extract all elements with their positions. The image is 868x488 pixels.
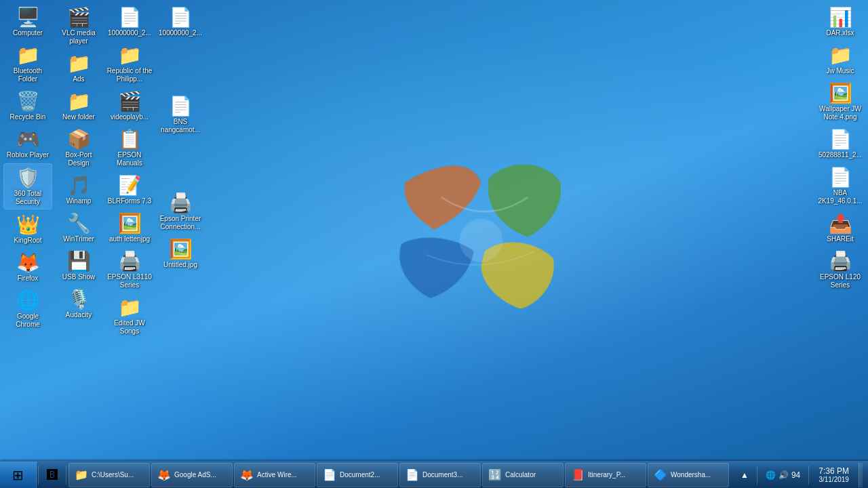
icon-column-1: 🖥️ Computer 📁 Bluetooth Folder 🗑️ Recycl… [3,3,54,340]
icon-shareit[interactable]: 📤 SHAREit [816,209,865,246]
taskbar-active-wire-label: Active Wire... [257,471,297,479]
systray-icons: 🌐 🔊 94 [763,470,803,480]
taskbar-document3[interactable]: 📄 Document3... [399,463,481,487]
taskbar-active-wire[interactable]: 🦊 Active Wire... [234,463,315,487]
icon-360-security[interactable]: 🛡️ 360 Total Security [3,163,52,209]
icon-epson-l3110[interactable]: 🖨️ EPSON L3110 Series [105,247,154,292]
systray-divider2 [808,466,809,485]
icon-nba-2k19[interactable]: 📄 NBA 2K19_46.0.1... [816,163,865,208]
icon-google-chrome[interactable]: 🌐 Google Chrome [3,287,52,331]
icon-epson-l120[interactable]: 🖨️ EPSON L120 Series [816,247,865,292]
icon-bluetooth-folder[interactable]: 📁 Bluetooth Folder [3,41,52,86]
clock-date: 3/11/2019 [818,476,849,483]
icon-republic[interactable]: 📁 Republic of the Philipp... [105,41,154,86]
icon-column-3: 📄 10000000_2... 📁 Republic of the Philip… [105,3,156,340]
icon-firefox[interactable]: 🦊 Firefox [3,249,52,285]
icon-new-folder[interactable]: 📁 New folder [54,87,103,124]
taskbar-file-explorer-icon: 📁 [75,468,88,481]
desktop-icons-left: 🖥️ Computer 📁 Bluetooth Folder 🗑️ Recycl… [3,3,207,340]
taskbar-google-ads[interactable]: 🦊 Google AdS... [151,463,233,487]
icon-blrforms[interactable]: 📝 BLRForms 7.3 [105,171,154,208]
taskbar-document2-label: Document2... [340,471,380,479]
volume-icon[interactable]: 🔊 [778,470,789,480]
icon-auth-letter[interactable]: 🖼️ auth lettenjpg [105,209,154,246]
taskbar-right: ▲ 🌐 🔊 94 7:36 PM 3/11/2019 [732,462,868,489]
icon-kingroot[interactable]: 👑 KingRoot [3,211,52,247]
icon-computer[interactable]: 🖥️ Computer [3,3,52,40]
icon-epson-printer[interactable]: 🖨️ Epson Printer Connection... [156,189,205,234]
icon-recycle-bin[interactable]: 🗑️ Recycle Bin [3,87,52,124]
icon-bns[interactable]: 📄 BNS nangcamot... [156,92,205,137]
icon-jw-music[interactable]: 📁 Jw Music [816,41,865,78]
taskbar-divider-1 [38,466,39,485]
desktop-icons-right: 📊 DAR.xlsx 📁 Jw Music 🖼️ Wallpaper JW No… [816,3,865,293]
quick-btn-bbb[interactable]: 🅱 [43,466,62,485]
taskbar-itinerary-label: Itinerary_P... [588,471,625,479]
taskbar-file-explorer-label: C:\Users\Su... [92,471,134,479]
taskbar-itinerary[interactable]: 📕 Itinerary_P... [565,463,646,487]
icon-dar-xlsx[interactable]: 📊 DAR.xlsx [816,3,865,40]
start-button[interactable]: ⊞ [0,462,37,489]
icon-52088811[interactable]: 📄 50288811_2... [816,125,865,162]
clock-time: 7:36 PM [818,466,849,476]
icon-column-2: 🎬 VLC media player 📁 Ads 📁 New folder 📦 … [54,3,105,340]
icon-file1[interactable]: 📄 10000000_2... [105,3,154,40]
icon-wintrimer[interactable]: 🔧 WinTrimer [54,209,103,246]
icon-epson-manuals[interactable]: 📋 EPSON Manuals [105,125,154,170]
taskbar-divider-2 [66,466,66,485]
icon-winamp[interactable]: 🎵 Winamp [54,171,103,208]
quick-launch: 🅱 [40,466,64,485]
taskbar-google-ads-label: Google AdS... [174,471,216,479]
taskbar-wondersha-label: Wondersha... [671,471,711,479]
systray-expand[interactable]: ▲ [738,470,751,480]
taskbar-calculator-icon: 🔢 [488,468,502,481]
icon-usb-show[interactable]: 💾 USB Show [54,247,103,284]
volume-value: 94 [791,470,800,480]
taskbar-calculator-label: Calculator [505,471,536,479]
icon-videoplayb[interactable]: 🎬 videoplayb... [105,87,154,124]
system-clock[interactable]: 7:36 PM 3/11/2019 [814,466,853,483]
network-icon[interactable]: 🌐 [766,470,776,480]
icon-wallpaper-jw[interactable]: 🖼️ Wallpaper JW Note 4.png [816,79,865,124]
systray-divider [757,466,757,485]
icon-column-4: 📄 10000000_2... 📄 BNS nangcamot... 🖨️ Ep… [156,3,207,340]
icon-vlc[interactable]: 🎬 VLC media player [54,3,103,48]
taskbar-itinerary-icon: 📕 [571,468,585,481]
taskbar-document2-icon: 📄 [323,468,336,481]
taskbar-document3-label: Document3... [422,471,462,479]
taskbar: ⊞ 🅱 📁 C:\Users\Su... 🦊 Google AdS... 🦊 A… [0,461,868,488]
icon-file2[interactable]: 📄 10000000_2... [156,3,205,40]
taskbar-google-ads-icon: 🦊 [157,468,171,481]
show-desktop-button[interactable] [859,463,863,487]
taskbar-file-explorer[interactable]: 📁 C:\Users\Su... [68,463,150,487]
icon-box-port-design[interactable]: 📦 Box-Port Design [54,125,103,170]
taskbar-calculator[interactable]: 🔢 Calculator [482,463,564,487]
icon-roblox-player[interactable]: 🎮 Roblox Player [3,125,52,162]
taskbar-wondersha-icon: 🔷 [654,468,667,481]
taskbar-document3-icon: 📄 [406,468,419,481]
icon-ads[interactable]: 📁 Ads [54,49,103,86]
taskbar-wondersha[interactable]: 🔷 Wondersha... [648,463,729,487]
taskbar-document2[interactable]: 📄 Document2... [317,463,398,487]
icon-edited-jw[interactable]: 📁 Edited JW Songs [105,293,154,338]
icon-untitled[interactable]: 🖼️ Untitled.jpg [156,235,205,272]
icon-audacity[interactable]: 🎙️ Audacity [54,285,103,322]
taskbar-active-wire-icon: 🦊 [240,468,254,481]
